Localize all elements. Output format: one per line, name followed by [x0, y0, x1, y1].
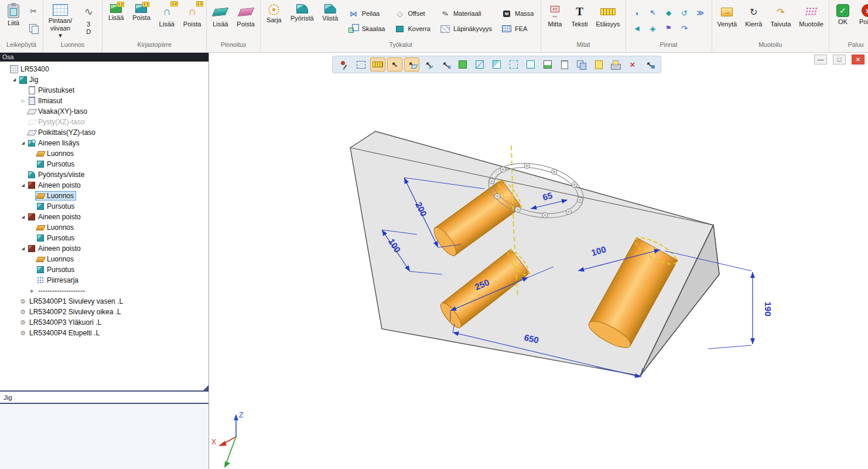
section-view-icon[interactable]	[540, 57, 555, 72]
ribbon-button-skaalaa[interactable]: Skaalaa	[347, 22, 387, 36]
ribbon-button-viist[interactable]: Viistä	[319, 1, 342, 24]
expander-icon[interactable]: ◢	[20, 183, 26, 188]
ribbon-button-copy-icon[interactable]	[28, 22, 39, 33]
connector-icon[interactable]	[642, 57, 657, 72]
ribbon-button-taivuta[interactable]: Taivuta	[767, 1, 794, 30]
expander-icon[interactable]: ◢	[11, 77, 18, 82]
print-icon[interactable]	[608, 57, 623, 72]
tree-item-aineen-lis-ys[interactable]: ◢Aineen lisäys	[0, 138, 209, 148]
ribbon-button-liit[interactable]: Liitä	[2, 1, 25, 29]
ribbon-button-face-extend-icon[interactable]	[693, 6, 708, 19]
ribbon-button-pintaan-viivaan[interactable]: Pintaan/ viivaan ▾	[45, 1, 76, 41]
tree-item-luonnos[interactable]: Luonnos	[0, 222, 209, 233]
pick-edge-icon[interactable]	[421, 57, 436, 72]
ribbon-button-kierr[interactable]: Kierrä	[741, 1, 766, 30]
ribbon-button-lis[interactable]: Lisää	[104, 1, 128, 23]
pick-face-icon[interactable]	[404, 57, 419, 72]
tree-item-aineen-poisto[interactable]: ◢Aineen poisto	[0, 243, 209, 254]
tree-item-pursotus[interactable]: Pursotus	[0, 264, 209, 275]
pin-icon[interactable]	[336, 57, 351, 72]
feature-list-icon[interactable]	[557, 57, 572, 72]
pick-element-icon[interactable]	[438, 57, 453, 72]
ribbon-button-face-merge-icon[interactable]	[646, 22, 660, 35]
part-icon	[19, 308, 27, 316]
tree-item-vaaka-xy-taso[interactable]: Vaaka(XY)-taso	[0, 106, 209, 117]
tree-item-py-ristys-viiste[interactable]: Pyöristys/viiste	[0, 169, 209, 180]
ribbon-button-cut-icon[interactable]	[28, 5, 39, 17]
tree-item-lr53400[interactable]: LR53400	[0, 64, 209, 74]
model-view[interactable]: 200 100 65 250 100 650 190 Z X	[209, 53, 868, 469]
tree-item-luonnos[interactable]: Luonnos	[0, 191, 209, 201]
ribbon-button-lis[interactable]: Lisää	[155, 1, 179, 30]
dim-label-190[interactable]: 190	[763, 301, 773, 316]
new-sheet-icon[interactable]	[591, 57, 606, 72]
ribbon-button-py-rist[interactable]: Pyöristä	[287, 1, 317, 24]
close-button[interactable]: ×	[852, 55, 864, 64]
tree-item-lr53400p2-sivulevy-oikea-l[interactable]: LR53400P2 Sivulevy oikea .L	[0, 307, 209, 317]
ribbon-button-ok[interactable]: OK	[831, 1, 855, 28]
ribbon-button-lis[interactable]: Lisää	[209, 1, 232, 30]
ribbon-button-poista[interactable]: Poista	[129, 1, 154, 23]
ribbon-button-face-swap-icon[interactable]	[678, 22, 692, 35]
viewport[interactable]: —□×	[209, 53, 868, 469]
face-peel-icon	[679, 8, 690, 18]
copy-view-icon[interactable]	[574, 57, 589, 72]
ribbon-button-sarja[interactable]: Sarja	[262, 1, 286, 26]
expander-icon[interactable]: ◢	[20, 141, 26, 145]
measure-icon[interactable]	[370, 57, 385, 72]
ribbon-button-offset[interactable]: Offset	[392, 6, 432, 21]
tree-item-luonnos[interactable]: Luonnos	[0, 148, 209, 159]
tree-item-jig[interactable]: ◢Jig	[0, 74, 209, 85]
expander-icon[interactable]: ◢	[20, 215, 26, 219]
ribbon-button-poistu[interactable]: Poistu	[856, 1, 868, 28]
expander-icon[interactable]: ◢	[20, 246, 26, 251]
ribbon-button-poista[interactable]: Poista	[233, 1, 258, 30]
pick-vertex-icon[interactable]	[387, 57, 402, 72]
ribbon-button-face-pick-icon[interactable]	[646, 6, 660, 19]
ribbon-button-massa[interactable]: Massa	[500, 6, 535, 21]
tree-item-lr53400p3-yl-kuori-l[interactable]: LR53400P3 Yläkuori .L	[0, 317, 209, 328]
ribbon-button-face-trim-icon[interactable]	[630, 6, 644, 19]
delete-icon[interactable]	[625, 57, 640, 72]
ribbon-button-venyt[interactable]: Venytä	[714, 1, 741, 30]
ribbon-button-face-align-icon[interactable]	[630, 22, 644, 35]
select-region-icon[interactable]	[353, 57, 368, 72]
tree-item-piirustukset[interactable]: Piirustukset	[0, 85, 209, 96]
shaded-view-icon[interactable]	[455, 57, 470, 72]
ribbon-button-l-pin-kyvyys[interactable]: Läpinäkyvyys	[438, 22, 494, 36]
tree-item-piirresarja[interactable]: Piirresarja	[0, 275, 209, 286]
tree-item-luonnos[interactable]: Luonnos	[0, 254, 209, 264]
tree-item-pysty-xz-taso[interactable]: Pysty(XZ)-taso	[0, 117, 209, 127]
tree-item-pursotus[interactable]: Pursotus	[0, 201, 209, 212]
tree-item-lr53400p1-sivulevy-vasen-l[interactable]: LR53400P1 Sivulevy vasen .L	[0, 296, 209, 307]
expander-icon[interactable]: ▷	[20, 98, 26, 103]
ribbon-button-face-peel-icon[interactable]	[678, 6, 692, 19]
tree-item-aineen-poisto[interactable]: ◢Aineen poisto	[0, 180, 209, 191]
ribbon-button-et-isyys[interactable]: Etäisyys	[593, 1, 624, 30]
ribbon-button-face-offset-icon[interactable]	[662, 6, 676, 19]
ribbon-button-mitta[interactable]: Mitta	[543, 1, 566, 30]
wireframe-view-icon[interactable]	[472, 57, 487, 72]
tree-item-aineen-poisto[interactable]: ◢Aineen poisto	[0, 212, 209, 222]
xray-view-icon[interactable]	[523, 57, 538, 72]
tree-item-pursotus[interactable]: Pursotus	[0, 233, 209, 243]
tree-item-poikittais-yz-taso[interactable]: Poikittais(YZ)-taso	[0, 127, 209, 138]
ribbon-button-materiaali[interactable]: Materiaali	[438, 6, 494, 21]
hiddenline-view-icon[interactable]	[506, 57, 521, 72]
tree-item-ilmiasut[interactable]: ▷Ilmiasut	[0, 96, 209, 106]
ribbon-button-teksti[interactable]: Teksti	[568, 1, 591, 30]
tree-item-lr53400p4-etupelti-l[interactable]: LR53400P4 Etupelti .L	[0, 328, 209, 338]
fea-icon	[501, 24, 512, 33]
ribbon-button-face-flag-icon[interactable]	[662, 22, 676, 35]
ribbon-button-muotoile[interactable]: Muotoile	[795, 1, 827, 30]
ribbon-button-peilaa[interactable]: Peilaa	[347, 6, 387, 21]
halfshade-view-icon[interactable]	[489, 57, 504, 72]
tree-item-separator[interactable]: --------------------	[0, 286, 209, 296]
ribbon-button-fea[interactable]: FEA	[500, 22, 535, 36]
ribbon-button-3-d[interactable]: 3 D	[77, 1, 100, 37]
restore-button[interactable]: □	[833, 55, 846, 64]
ribbon-button-koverra[interactable]: Koverra	[392, 22, 432, 36]
ribbon-button-poista[interactable]: Poista	[180, 1, 205, 30]
tree-item-pursotus[interactable]: Pursotus	[0, 159, 209, 169]
minimize-button[interactable]: —	[814, 55, 827, 64]
